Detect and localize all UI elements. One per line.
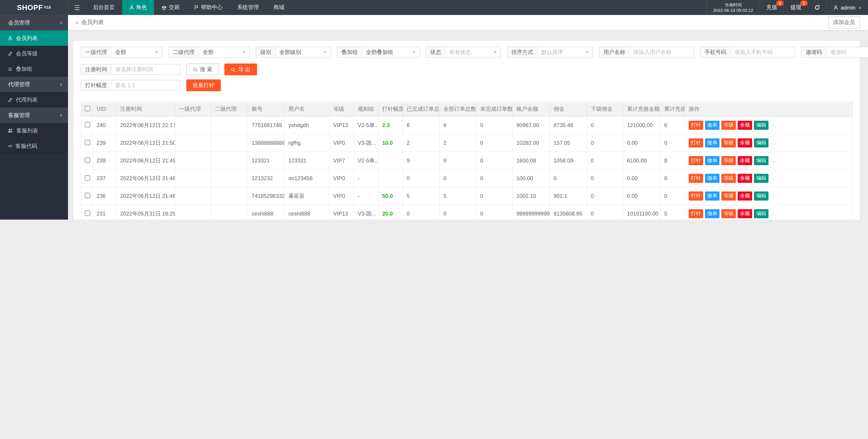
action-order-button[interactable]: 做单: [705, 156, 719, 165]
more-actions-button[interactable]: ...: [770, 175, 776, 181]
cell-uid: 239: [93, 134, 116, 152]
sidebar-group-service-mgmt[interactable]: 客服管理∨: [0, 108, 68, 123]
row-checkbox[interactable]: [85, 140, 90, 145]
phone-input[interactable]: [731, 47, 795, 57]
action-needle-button[interactable]: 打针: [689, 139, 703, 147]
needle-range-input[interactable]: [112, 80, 180, 90]
row-checkbox[interactable]: [85, 210, 90, 216]
action-balance-button[interactable]: 余额: [738, 209, 752, 218]
sidebar-item-agent-list[interactable]: 代理列表: [0, 92, 68, 108]
action-needle-button[interactable]: 打针: [689, 156, 703, 165]
filter-status-select[interactable]: 状态 所有状态: [426, 47, 501, 58]
export-button[interactable]: 导 出: [225, 63, 257, 75]
cell-range: 50.0: [378, 187, 403, 205]
cell-username: ceshi888: [284, 205, 330, 220]
action-order-button[interactable]: 做单: [705, 209, 719, 218]
menu-toggle-icon[interactable]: ☰: [68, 0, 86, 15]
cell-account: ceshi888: [248, 205, 284, 220]
filter-agent1-select[interactable]: 一级代理 全部: [81, 47, 162, 58]
action-edit-button[interactable]: 编辑: [754, 174, 769, 183]
action-edit-button[interactable]: 编辑: [754, 121, 769, 129]
action-edit-button[interactable]: 编辑: [754, 139, 769, 147]
cell-unfinished: 0: [476, 170, 513, 187]
filter-level-select[interactable]: 级别 全部级别: [256, 47, 331, 58]
action-level-button[interactable]: 等级: [721, 156, 736, 165]
sidebar-item-service-list[interactable]: 客服列表: [0, 123, 68, 138]
action-needle-button[interactable]: 打针: [689, 192, 703, 200]
sidebar-group-member-mgmt[interactable]: 会员管理∨: [0, 15, 68, 30]
filter-overlay-group-select[interactable]: 叠加组 全部叠加组: [337, 47, 420, 58]
action-balance-button[interactable]: 余额: [738, 121, 752, 129]
cell-range: [378, 152, 403, 170]
add-member-button[interactable]: 添加会员: [828, 16, 860, 29]
action-edit-button[interactable]: 编辑: [754, 209, 769, 218]
refresh-button[interactable]: [807, 0, 827, 15]
row-checkbox[interactable]: [85, 122, 90, 127]
username-input[interactable]: [630, 47, 694, 57]
action-needle-button[interactable]: 打针: [689, 209, 703, 218]
sidebar-group-agent-mgmt[interactable]: 代理管理∨: [0, 77, 68, 92]
cell-recharge_amount: 121000.00: [623, 116, 660, 134]
row-checkbox[interactable]: [85, 157, 90, 163]
filter-agent2-select[interactable]: 二级代理 全部: [168, 47, 250, 58]
row-checkbox[interactable]: [85, 175, 90, 180]
more-actions-button[interactable]: ...: [770, 193, 776, 199]
search-button[interactable]: 搜 索: [186, 63, 219, 75]
local-time: 当地时间 2022-06-13 09:02:12: [706, 0, 760, 15]
reg-time-input[interactable]: [112, 64, 180, 75]
action-needle-button[interactable]: 打针: [689, 174, 703, 183]
cell-account: 741852963321: [248, 187, 284, 205]
filter-phone-field: 手机号码: [700, 47, 795, 58]
user-menu[interactable]: admin ∧: [827, 0, 868, 15]
more-actions-button[interactable]: ...: [770, 157, 776, 164]
cell-username: rgfhg: [284, 134, 330, 152]
more-actions-button[interactable]: ...: [770, 140, 776, 146]
cell-balance: 100.00: [513, 170, 550, 187]
cell-balance: 1600.08: [513, 152, 550, 170]
action-balance-button[interactable]: 余额: [738, 192, 752, 200]
nav-item-system[interactable]: 系统管理: [230, 0, 266, 15]
select-all-checkbox[interactable]: [85, 106, 90, 111]
cell-balance: 99999999999...: [513, 205, 550, 220]
action-order-button[interactable]: 做单: [705, 121, 719, 129]
cell-commission: 157.05: [550, 134, 587, 152]
sidebar-item-member-list[interactable]: 会员列表: [0, 30, 68, 46]
row-actions: 打针做单等级余额编辑...: [685, 152, 852, 170]
action-level-button[interactable]: 等级: [721, 209, 736, 218]
action-order-button[interactable]: 做单: [705, 139, 719, 147]
action-level-button[interactable]: 等级: [721, 192, 736, 200]
cell-completed: 2: [403, 134, 439, 152]
sidebar-item-overlay-group[interactable]: 叠加组: [0, 61, 68, 77]
action-order-button[interactable]: 做单: [705, 174, 719, 183]
nav-item-help-center[interactable]: 帮助中心: [187, 0, 230, 15]
action-order-button[interactable]: 做单: [705, 192, 719, 200]
filter-regtime-field: 注册时间: [81, 64, 181, 75]
batch-needle-button[interactable]: 批量打针: [186, 80, 221, 91]
sidebar-item-member-level[interactable]: 会员等级: [0, 46, 68, 61]
column-header: 全部订单总数: [439, 101, 476, 116]
action-level-button[interactable]: 等级: [721, 174, 736, 183]
action-balance-button[interactable]: 余额: [738, 174, 752, 183]
row-checkbox[interactable]: [85, 193, 90, 198]
more-actions-button[interactable]: ...: [770, 210, 776, 217]
action-needle-button[interactable]: 打针: [689, 121, 703, 129]
action-level-button[interactable]: 等级: [721, 121, 736, 129]
sidebar-item-service-code[interactable]: </> 客服代码: [0, 138, 68, 154]
more-actions-button[interactable]: ...: [770, 122, 776, 128]
filter-sort-select[interactable]: 排序方式 默认排序: [507, 47, 593, 58]
logo-version: V16: [44, 5, 51, 9]
recharge-menu[interactable]: 充值6: [760, 0, 783, 15]
invite-code-input[interactable]: [827, 47, 868, 57]
nav-item-roles[interactable]: 角色: [122, 0, 154, 15]
action-balance-button[interactable]: 余额: [738, 139, 752, 147]
nav-item-mall[interactable]: 商城: [266, 0, 291, 15]
action-edit-button[interactable]: 编辑: [754, 156, 769, 165]
filter-row-3: 打针幅度 批量打针: [81, 80, 852, 91]
cell-unfinished: 0: [476, 152, 513, 170]
action-edit-button[interactable]: 编辑: [754, 192, 769, 200]
nav-item-dashboard[interactable]: 后台首页: [86, 0, 122, 15]
action-level-button[interactable]: 等级: [721, 139, 736, 147]
withdraw-menu[interactable]: 提现1: [783, 0, 807, 15]
nav-item-trade[interactable]: 交易: [154, 0, 187, 15]
action-balance-button[interactable]: 余额: [738, 156, 752, 165]
